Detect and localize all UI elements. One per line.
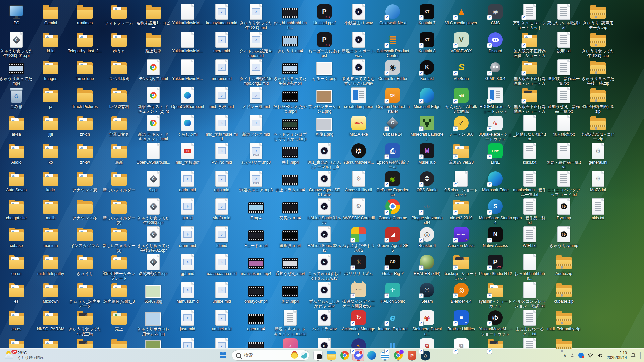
desktop-icon[interactable]: ✓↗ ノートン 360 [445, 115, 477, 142]
desktop-icon[interactable]: ◉↗ CMS [479, 3, 512, 31]
desktop-icon[interactable]: KT↗ Kontakt 7 [411, 3, 443, 31]
desktop-icon[interactable]: manisekarin.mp4 [240, 254, 272, 281]
desktop-icon[interactable]: createdump.exe [342, 87, 375, 114]
desktop-icon[interactable]: cubase [0, 226, 33, 253]
weather-widget[interactable]: 9+ 28°C くもり時々晴れ [1, 349, 47, 362]
desktop-icon[interactable]: ⚙ Accessibility.dll [342, 170, 375, 198]
desktop-icon[interactable]: ↗ GIMP 3.0.4 [479, 59, 512, 86]
start-button[interactable] [217, 349, 229, 361]
desktop-icon[interactable]: CPI↗ Crypton Product Installer [377, 87, 409, 114]
desktop-icon[interactable]: id-id [35, 31, 67, 59]
desktop-icon[interactable]: F.mp4 [240, 198, 272, 226]
taskbar-app-powerpoint[interactable]: P [406, 349, 418, 361]
desktop-icon[interactable]: ◎↗ Reaktor 6 [411, 226, 443, 253]
desktop-icon[interactable]: OpenCvSharp.xml [171, 87, 204, 114]
desktop-icon[interactable]: 調声用データテンプレート [103, 254, 135, 281]
desktop-icon[interactable]: K↗ Kontakt [411, 59, 443, 86]
desktop-icon[interactable]: Track Pictures [69, 87, 101, 114]
desktop-icon[interactable]: ◉↗ GeForce Experience [377, 170, 409, 198]
desktop-icon[interactable]: きゅうり食ってた午後三時 [69, 309, 101, 337]
desktop-icon[interactable]: ja [35, 87, 67, 114]
desktop-icon[interactable]: PNT2 Untitled.ppsf [308, 3, 340, 31]
desktop-icon[interactable]: ♪ umibe.mid [206, 282, 238, 309]
desktop-icon[interactable]: Telepathy_Inst_2... [69, 31, 101, 59]
desktop-icon[interactable]: ↗ ぷよぷよ™テトリス®2 [342, 226, 375, 253]
desktop-icon[interactable]: ↗ 万引きメモ.txt - ショートカット [514, 3, 546, 31]
desktop-icon[interactable]: ar-sa [0, 115, 33, 142]
desktop-icon[interactable]: おっhhhhhhhhhhhh... [274, 3, 306, 31]
desktop-icon[interactable]: ↗ Cakewalk Next [377, 3, 409, 31]
desktop-icon[interactable]: C きゅうり食ってた午後3時-02.cpr [137, 226, 169, 253]
desktop-icon[interactable]: 選択肢 - 親作品一覧.txt [548, 59, 580, 86]
desktop-icon[interactable]: ♪ aorin.mid [171, 170, 204, 198]
desktop-icon[interactable]: ♪ b.mid [171, 198, 204, 226]
desktop-icon[interactable]: ▶ HALion Sonic 02.wav [308, 226, 340, 253]
desktop-icon[interactable]: ≣↗ Cakewalk Product Center [377, 31, 409, 59]
desktop-icon[interactable]: 画像1.png [308, 115, 340, 142]
desktop-icon[interactable]: だれだFXいれたやつ.mp4 [274, 87, 306, 114]
desktop-icon[interactable]: YukkuriMovieM... [171, 31, 204, 59]
desktop-icon[interactable]: きゅうり.mp4 [274, 31, 306, 59]
desktop-icon[interactable]: cubase.zip [548, 282, 580, 309]
desktop-icon[interactable]: ♪ PVTNd.mid [206, 142, 238, 170]
desktop-icon[interactable]: 新しいフォルダー (2) [103, 198, 135, 226]
desktop-icon[interactable]: 売上 [103, 309, 135, 337]
desktop-icon[interactable]: ラベル印刷 [103, 59, 135, 86]
desktop-icon[interactable]: runtimes [69, 3, 101, 31]
desktop-icon[interactable]: ✛↗ HALion Sonic [377, 282, 409, 309]
desktop-icon[interactable]: 羽尻へ.mp4 [274, 198, 306, 226]
desktop-icon[interactable]: ko [35, 142, 67, 170]
desktop-icon[interactable]: ゆ↗ YukkuriMovieM... - ショートカット [479, 309, 512, 337]
desktop-icon[interactable]: ♻ ごみ箱 [0, 87, 33, 114]
desktop-icon[interactable]: ▲↗ VLC media player [445, 3, 477, 31]
desktop-icon[interactable]: es-es [0, 309, 33, 337]
desktop-icon[interactable]: ⚙ AWSSDK.Core.dll [342, 198, 375, 226]
desktop-icon[interactable]: かるーく.png [308, 59, 340, 86]
desktop-icon[interactable]: ♪ rajio.mid [206, 170, 238, 198]
desktop-icon[interactable]: ▶ 小銭詰まり.wav [342, 3, 375, 31]
volume-icon[interactable] [597, 353, 603, 358]
desktop-icon[interactable]: ↗ 筆まめ Ver.28 [445, 142, 477, 170]
desktop-icon[interactable]: インスタグラム [69, 226, 101, 253]
desktop-icon[interactable]: S↗ VoiSona [445, 59, 477, 86]
desktop-icon[interactable]: ゆ F.ymmp [548, 198, 580, 226]
desktop-icon[interactable]: きゅうり食ってた午後3時.mp4 [274, 59, 306, 86]
desktop-icon[interactable]: PDF mid_学校.pdf [171, 142, 204, 170]
taskbar-app-microsoft-edge[interactable] [366, 349, 378, 361]
desktop-icon[interactable]: Audio.zip [548, 254, 580, 281]
desktop-icon[interactable]: ↗ 9.5.xlsx - ショートカット [445, 170, 477, 198]
desktop-icon[interactable]: TimeTune [69, 59, 101, 86]
desktop-icon[interactable]: きゅうり食ってた午後三時.zip [582, 59, 614, 86]
desktop-icon[interactable]: ♪ gpt.mid [171, 254, 204, 281]
desktop-icon[interactable]: まにまにわーるど！.txt [514, 309, 546, 337]
desktop-icon[interactable]: 選択肢.mp4 [274, 226, 306, 253]
tray-overflow-chevron-icon[interactable]: ∧ [563, 353, 566, 358]
desktop-icon[interactable]: akis.txt [582, 198, 614, 226]
desktop-icon[interactable]: 死にたい_ゅ歌詞.txt [548, 3, 580, 31]
desktop-icon[interactable]: アナウンス夏 [69, 170, 101, 198]
taskbar-app-google-chrome[interactable] [339, 349, 351, 361]
desktop-icon[interactable]: open.mp4 [240, 309, 272, 337]
desktop-icon[interactable]: 無人販売.txt [548, 115, 580, 142]
desktop-icon[interactable]: きゅうり食ってた午後3時 .zip [582, 31, 614, 59]
desktop-icon[interactable]: 通知うぜえ - 親作品一覧.txt [548, 87, 580, 114]
desktop-icon[interactable]: NKSC_PARAM [35, 309, 67, 337]
desktop-icon[interactable]: ↗ HDDFMT.exe - ショートカット [479, 87, 512, 114]
desktop-icon[interactable]: ✳↗ ポリリリリズム [342, 254, 375, 281]
desktop-icon[interactable]: ▶ こってゅh dすお f d s b ふぉ.wav [308, 254, 340, 281]
desktop-icon[interactable]: ニコニコバックアップコード.txt [548, 170, 580, 198]
desktop-icon[interactable]: malib [35, 198, 67, 226]
notification-bell-dnd-icon[interactable]: z [631, 353, 636, 358]
desktop-icon[interactable]: おっhhhhhhhhhhh... [514, 254, 546, 281]
desktop-icon[interactable]: 最新 [103, 142, 135, 170]
desktop-icon[interactable]: 新規 テキスト ドキュメント.html [137, 115, 169, 142]
desktop-icon[interactable]: テンポあて.html [137, 59, 169, 86]
desktop-icon[interactable]: ↗ Minecraft Launcher [411, 115, 443, 142]
desktop-icon[interactable]: ♪ きゅうり食ってた午後3時.mid [240, 3, 272, 31]
desktop-icon[interactable]: ↗ 孤独なインディーゲーム開発者の一生 ... [342, 282, 375, 309]
desktop-icon[interactable]: Images [35, 59, 67, 86]
desktop-icon[interactable]: ⚙ general.ini [582, 142, 614, 170]
desktop-icon[interactable]: きゅうり食ってた.mp4 [0, 59, 33, 86]
desktop-icon[interactable]: ♪ td.mid [206, 226, 238, 253]
desktop-icon[interactable]: ♪ hamusu.mid [171, 282, 204, 309]
